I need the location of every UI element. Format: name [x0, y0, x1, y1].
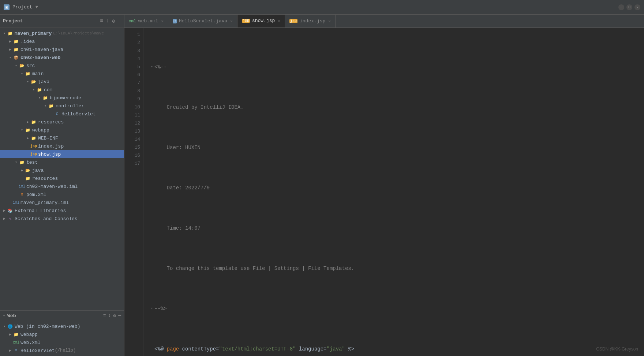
- fold-1[interactable]: ▾: [149, 63, 154, 71]
- tab-close-helloservlet[interactable]: ✕: [230, 19, 233, 23]
- folder-icon: 📁: [31, 119, 37, 125]
- tree-item-com[interactable]: ▾ 📁 com: [0, 86, 124, 94]
- app-icon: ▣: [4, 4, 10, 10]
- folder-icon: 📁: [19, 159, 25, 165]
- web-sort-icon[interactable]: ≡: [103, 313, 106, 319]
- folder-icon: 📁: [13, 47, 19, 52]
- tree-label: ch01-maven-java: [20, 47, 63, 52]
- fold-8: [149, 345, 154, 353]
- web-collapse-icon[interactable]: ↕: [108, 313, 111, 319]
- tree-item-maven-primary[interactable]: ▾ 📁 maven_primary E:\IDEA\Projects\mave: [0, 29, 124, 37]
- tree-item-scratches[interactable]: ▶ ✎ Scratches and Consoles: [0, 215, 124, 223]
- expand-arrow: ▶: [7, 38, 13, 44]
- web-minimize-icon[interactable]: —: [118, 313, 121, 319]
- tab-webxml[interactable]: xml web.xml ✕: [124, 15, 168, 27]
- tab-close-showjsp[interactable]: ✕: [278, 18, 280, 23]
- tab-showjsp[interactable]: jsp show.jsp ✕: [237, 15, 285, 27]
- tree-item-webinf[interactable]: ▶ 📁 WEB-INF: [0, 134, 124, 142]
- tree-item-idea[interactable]: ▶ 📁 .idea: [0, 37, 124, 45]
- tree-item-indexjsp[interactable]: jsp index.jsp: [0, 142, 124, 150]
- sidebar-minimize-icon[interactable]: —: [118, 18, 121, 24]
- fold-2: [149, 103, 154, 111]
- folder-icon: 📁: [42, 95, 48, 101]
- line-num-11: 11: [124, 111, 143, 119]
- java-tab-icon: C: [173, 19, 177, 23]
- iml-icon: iml: [19, 183, 25, 189]
- tree-item-src[interactable]: ▾ 📂 src: [0, 62, 124, 70]
- code-text: %>: [345, 345, 354, 353]
- jsp-tab-icon2: jsp: [289, 19, 297, 23]
- close-button[interactable]: ✕: [634, 4, 640, 10]
- expand-arrow: ▶: [1, 208, 7, 214]
- tree-item-pomxml[interactable]: M pom.xml: [0, 190, 124, 199]
- tree-item-web-root[interactable]: ▾ 🌐 Web (in ch02-maven-web): [0, 322, 124, 330]
- no-arrow: [13, 192, 19, 197]
- tree-label: pom.xml: [26, 192, 46, 197]
- scratches-icon: ✎: [7, 216, 13, 222]
- folder-icon: 📁: [25, 175, 31, 181]
- tree-item-maveniml[interactable]: iml maven_primary.iml: [0, 199, 124, 207]
- sidebar-sort-icon[interactable]: ≡: [100, 18, 103, 24]
- main-layout: Project ≡ ↕ ⚙ — ▾ 📁 maven_primary E:\IDE…: [0, 15, 644, 356]
- tree-item-web-xml[interactable]: xml web.xml: [0, 338, 124, 346]
- expand-arrow: ▶: [7, 348, 13, 353]
- tree-label: External Libraries: [15, 208, 66, 214]
- tree-item-resources1[interactable]: ▶ 📁 resources: [0, 118, 124, 126]
- tree-item-java[interactable]: ▾ 📂 java: [0, 78, 124, 86]
- tree-item-helloservlet[interactable]: C HelloServlet: [0, 110, 124, 118]
- tree-item-bjpowernode[interactable]: ▾ 📁 bjpowernode: [0, 94, 124, 102]
- sidebar-header-title: Project: [3, 18, 23, 24]
- tab-close-webxml[interactable]: ✕: [161, 19, 164, 23]
- tab-helloservlet[interactable]: C HelloServlet.java ✕: [168, 15, 237, 27]
- web-settings-icon[interactable]: ⚙: [113, 313, 116, 319]
- library-icon: 📚: [7, 208, 13, 214]
- editor-area: xml web.xml ✕ C HelloServlet.java ✕ jsp …: [124, 15, 644, 356]
- tab-label: web.xml: [138, 18, 158, 24]
- code-line-8: <%@ page contentType="text/html;charset=…: [149, 345, 644, 353]
- tree-item-test-java[interactable]: ▶ 📂 java: [0, 166, 124, 174]
- tree-item-test-resources[interactable]: 📁 resources: [0, 174, 124, 182]
- sidebar-collapse-icon[interactable]: ↕: [106, 18, 109, 24]
- folder-icon: 📁: [13, 331, 19, 337]
- no-arrow: [25, 143, 31, 149]
- fold-5: [149, 224, 154, 232]
- tree-item-ch02[interactable]: ▾ 📦 ch02-maven-web: [0, 53, 124, 62]
- tree-label: test: [26, 160, 38, 165]
- web-section-header[interactable]: ▾ Web ≡ ↕ ⚙ —: [0, 311, 124, 321]
- tree-item-webapp[interactable]: ▾ 📁 webapp: [0, 126, 124, 134]
- tree-label: WEB-INF: [38, 136, 58, 141]
- folder-icon: 📁: [25, 127, 31, 133]
- project-dropdown-icon[interactable]: ▼: [35, 4, 38, 10]
- tree-item-controller[interactable]: ▾ 📁 controller: [0, 102, 124, 110]
- tree-label: .idea: [20, 39, 35, 44]
- code-text: Created by IntelliJ IDEA.: [154, 103, 244, 111]
- java-class-icon: C: [54, 111, 60, 117]
- tree-item-showjsp[interactable]: jsp show.jsp: [0, 150, 124, 158]
- tab-close-indexjsp[interactable]: ✕: [328, 19, 331, 23]
- folder-icon: 📁: [48, 103, 54, 109]
- sidebar-settings-icon[interactable]: ⚙: [112, 18, 115, 24]
- no-arrow: [19, 175, 25, 181]
- code-text: language=: [296, 345, 326, 353]
- tree-item-ch01[interactable]: ▶ 📁 ch01-maven-java: [0, 45, 124, 53]
- code-content[interactable]: ▾ <%-- Created by IntelliJ IDEA. User: H…: [143, 28, 644, 356]
- minimize-button[interactable]: —: [618, 4, 624, 10]
- tree-item-test[interactable]: ▾ 📁 test: [0, 158, 124, 166]
- fold-7[interactable]: ▾: [149, 305, 154, 313]
- tab-indexjsp[interactable]: jsp index.jsp ✕: [285, 15, 336, 27]
- tree-label: index.jsp: [38, 144, 64, 149]
- project-label: Project: [12, 4, 33, 10]
- path-label: E:\IDEA\Projects\mave: [53, 31, 104, 36]
- code-keyword: page: [167, 345, 179, 353]
- expand-arrow: ▶: [7, 47, 13, 52]
- code-text: To change this template use File | Setti…: [154, 264, 354, 272]
- tree-item-web-webapp[interactable]: ▶ 📁 webapp: [0, 330, 124, 338]
- tree-item-main[interactable]: ▾ 📁 main: [0, 70, 124, 78]
- maximize-button[interactable]: □: [626, 4, 632, 10]
- tree-item-ch02iml[interactable]: iml ch02-maven-web.iml: [0, 182, 124, 190]
- tree-item-external-libraries[interactable]: ▶ 📚 External Libraries: [0, 207, 124, 215]
- tree-item-web-helloservlet[interactable]: ▶ ≡ HelloServlet (/hello): [0, 346, 124, 355]
- folder-icon: 📁: [7, 30, 13, 36]
- code-editor[interactable]: 1 2 3 4 5 6 7 8 9 10 11 12 13 14 15 16 1…: [124, 28, 644, 356]
- watermark: CSDN @KK-Greyson: [596, 346, 638, 352]
